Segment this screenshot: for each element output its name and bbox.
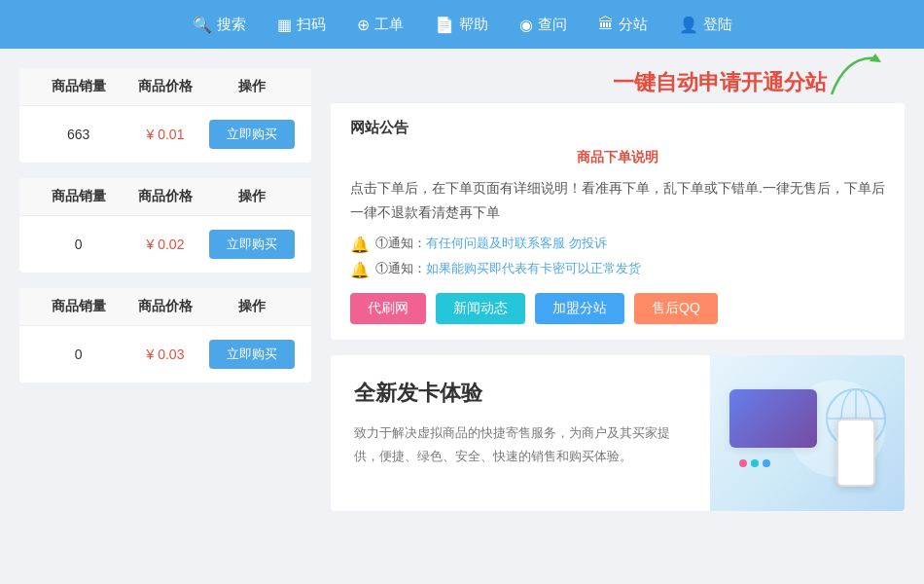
product-card-2-price-value: ¥ 0.02 xyxy=(122,237,208,252)
nav-order-label: 工单 xyxy=(374,16,404,34)
arrow-annotation-text: 一键自动申请开通分站 xyxy=(613,70,827,94)
header: 🔍 搜索 ▦ 扫码 ⊕ 工单 📄 帮助 ◉ 查问 🏛 分站 👤 登陆 xyxy=(0,0,924,49)
nav-search[interactable]: 🔍 搜索 xyxy=(193,16,246,34)
help-icon: 📄 xyxy=(435,16,454,34)
product-card-3-sales-value: 0 xyxy=(35,347,122,362)
nav-query-label: 查问 xyxy=(538,16,567,34)
product-card-1-action-label: 操作 xyxy=(209,78,296,95)
product-card-3: 商品销量 商品价格 操作 0 ¥ 0.03 立即购买 xyxy=(19,288,311,383)
tag-btn-news[interactable]: 新闻动态 xyxy=(436,293,525,324)
product-card-2-body: 0 ¥ 0.02 立即购买 xyxy=(19,216,311,273)
tag-btn-proxy[interactable]: 代刷网 xyxy=(350,293,426,324)
product-card-1-sales-label: 商品销量 xyxy=(35,78,122,95)
feature-card-title: 全新发卡体验 xyxy=(354,379,687,408)
illus-dots xyxy=(739,459,770,467)
product-card-3-body: 0 ¥ 0.03 立即购买 xyxy=(19,326,311,383)
product-card-2-header: 商品销量 商品价格 操作 xyxy=(19,178,311,216)
feature-card-desc: 致力于解决虚拟商品的快捷寄售服务，为商户及其买家提供，便捷、绿色、安全、快速的销… xyxy=(354,421,687,467)
illus-dot-1 xyxy=(739,459,747,467)
product-card-3-action: 立即购买 xyxy=(209,340,296,369)
product-card-1-body: 663 ¥ 0.01 立即购买 xyxy=(19,106,311,163)
nav-login-label: 登陆 xyxy=(703,16,732,34)
main-content: 商品销量 商品价格 操作 663 ¥ 0.01 立即购买 商品销量 商品价格 操… xyxy=(0,49,924,530)
product-card-1-sales-value: 663 xyxy=(35,127,122,142)
notice-link-2[interactable]: 如果能购买即代表有卡密可以正常发货 xyxy=(426,261,641,275)
product-card-1-action: 立即购买 xyxy=(209,120,296,149)
feature-card-left: 全新发卡体验 致力于解决虚拟商品的快捷寄售服务，为商户及其买家提供，便捷、绿色、… xyxy=(331,355,710,511)
product-card-2-action-label: 操作 xyxy=(209,188,296,205)
product-card-3-header: 商品销量 商品价格 操作 xyxy=(19,288,311,326)
login-icon: 👤 xyxy=(679,16,698,34)
nav-scan[interactable]: ▦ 扫码 xyxy=(277,16,326,34)
nav-login[interactable]: 👤 登陆 xyxy=(679,16,732,34)
query-icon: ◉ xyxy=(519,16,533,34)
product-card-3-price-value: ¥ 0.03 xyxy=(122,347,208,362)
product-card-2-price-label: 商品价格 xyxy=(122,188,208,205)
illus-dot-2 xyxy=(751,459,759,467)
nav-scan-label: 扫码 xyxy=(297,16,326,34)
notice-link-text-1: ①通知：有任何问题及时联系客服 勿投诉 xyxy=(375,235,607,252)
nav-query[interactable]: ◉ 查问 xyxy=(519,16,567,34)
right-column: 一键自动申请开通分站 网站公告 商品下单说明 点击下单后，在下单页面有详细说明！… xyxy=(331,68,905,511)
illustration xyxy=(720,370,895,496)
branch-icon: 🏛 xyxy=(598,16,614,33)
product-card-3-buy-button[interactable]: 立即购买 xyxy=(209,340,295,369)
product-card-1-price-label: 商品价格 xyxy=(122,78,208,95)
notice-link-row-1: 🔔 ①通知：有任何问题及时联系客服 勿投诉 xyxy=(350,235,885,254)
notice-body: 点击下单后，在下单页面有详细说明！看准再下单，乱下单或下错单.一律无售后，下单后… xyxy=(350,176,885,225)
product-card-1: 商品销量 商品价格 操作 663 ¥ 0.01 立即购买 xyxy=(19,68,311,163)
nav-branch[interactable]: 🏛 分站 xyxy=(598,16,648,34)
product-card-3-sales-label: 商品销量 xyxy=(35,298,122,315)
product-card-1-buy-button[interactable]: 立即购买 xyxy=(209,120,295,149)
notice-link-row-2: 🔔 ①通知：如果能购买即代表有卡密可以正常发货 xyxy=(350,260,885,279)
product-card-2-action: 立即购买 xyxy=(209,230,296,259)
nav-help[interactable]: 📄 帮助 xyxy=(435,16,488,34)
notice-link-icon-1: 🔔 xyxy=(350,236,370,254)
product-card-2: 商品销量 商品价格 操作 0 ¥ 0.02 立即购买 xyxy=(19,178,311,273)
product-card-1-header: 商品销量 商品价格 操作 xyxy=(19,68,311,106)
product-card-1-price-value: ¥ 0.01 xyxy=(122,127,208,142)
product-card-3-price-label: 商品价格 xyxy=(122,298,208,315)
nav-order[interactable]: ⊕ 工单 xyxy=(357,16,404,34)
nav-branch-label: 分站 xyxy=(619,16,648,34)
nav-help-label: 帮助 xyxy=(459,16,488,34)
left-column: 商品销量 商品价格 操作 663 ¥ 0.01 立即购买 商品销量 商品价格 操… xyxy=(19,68,311,511)
arrow-annotation: 一键自动申请开通分站 xyxy=(331,68,905,97)
product-card-3-action-label: 操作 xyxy=(209,298,296,315)
tag-buttons: 代刷网 新闻动态 加盟分站 售后QQ xyxy=(350,293,885,324)
illus-dot-3 xyxy=(763,459,770,467)
search-icon: 🔍 xyxy=(193,16,212,34)
arrow-icon xyxy=(827,51,885,99)
feature-card: 全新发卡体验 致力于解决虚拟商品的快捷寄售服务，为商户及其买家提供，便捷、绿色、… xyxy=(331,355,905,511)
notice-link-icon-2: 🔔 xyxy=(350,261,370,279)
feature-card-illustration xyxy=(710,355,905,511)
illus-card-1 xyxy=(729,389,817,448)
notice-title: 网站公告 xyxy=(350,119,885,137)
product-card-2-sales-label: 商品销量 xyxy=(35,188,122,205)
product-card-2-buy-button[interactable]: 立即购买 xyxy=(209,230,295,259)
notice-link-1[interactable]: 有任何问题及时联系客服 勿投诉 xyxy=(426,236,607,250)
notice-card: 网站公告 商品下单说明 点击下单后，在下单页面有详细说明！看准再下单，乱下单或下… xyxy=(331,103,905,340)
illus-phone xyxy=(836,419,875,487)
scan-icon: ▦ xyxy=(277,16,292,34)
notice-subtitle: 商品下单说明 xyxy=(350,149,885,166)
nav-search-label: 搜索 xyxy=(217,16,246,34)
tag-btn-branch[interactable]: 加盟分站 xyxy=(535,293,624,324)
tag-btn-aftersale[interactable]: 售后QQ xyxy=(634,293,718,324)
notice-link-text-2: ①通知：如果能购买即代表有卡密可以正常发货 xyxy=(375,260,641,277)
order-icon: ⊕ xyxy=(357,16,370,34)
product-card-2-sales-value: 0 xyxy=(35,237,122,252)
